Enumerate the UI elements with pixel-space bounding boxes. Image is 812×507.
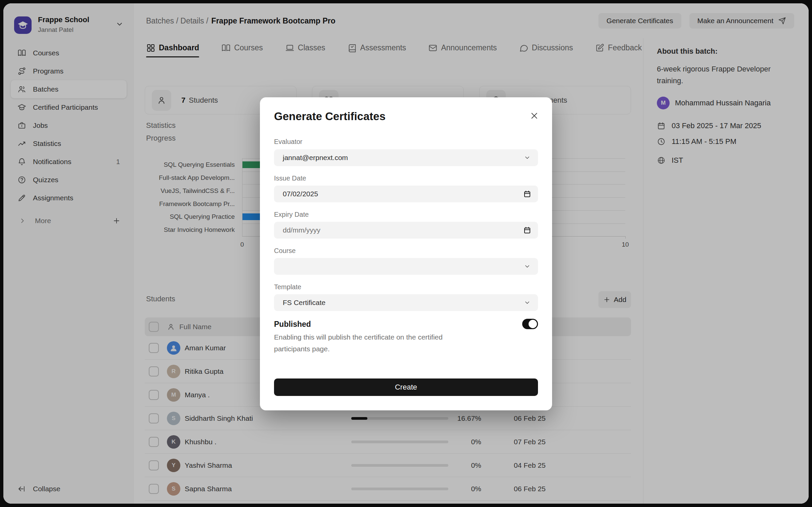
app-window: Frappe School Jannat Patel CoursesProgra… xyxy=(3,3,809,504)
calendar-icon[interactable] xyxy=(523,190,531,198)
published-toggle[interactable] xyxy=(522,319,538,329)
published-help-text: Enabling this will publish the certifica… xyxy=(274,331,462,355)
chevron-down-icon xyxy=(524,299,531,306)
course-label: Course xyxy=(274,247,296,255)
chevron-down-icon xyxy=(524,263,531,270)
course-select[interactable] xyxy=(274,258,538,275)
template-select[interactable]: FS Certificate xyxy=(274,294,538,311)
evaluator-label: Evaluator xyxy=(274,138,303,146)
issue-date-input[interactable]: 07/02/2025 xyxy=(274,186,538,202)
calendar-icon[interactable] xyxy=(523,226,531,234)
expiry-date-input[interactable]: dd/mm/yyyy xyxy=(274,222,538,239)
issue-date-label: Issue Date xyxy=(274,174,306,182)
expiry-date-label: Expiry Date xyxy=(274,211,309,218)
generate-certificates-modal: Generate Certificates Evaluator jannat@e… xyxy=(260,97,552,410)
template-label: Template xyxy=(274,283,301,291)
create-button[interactable]: Create xyxy=(274,378,538,396)
chevron-down-icon xyxy=(524,154,531,161)
modal-title: Generate Certificates xyxy=(274,110,386,123)
close-icon[interactable] xyxy=(529,111,539,121)
evaluator-select[interactable]: jannat@erpnext.com xyxy=(274,149,538,166)
published-label: Published xyxy=(274,320,311,329)
